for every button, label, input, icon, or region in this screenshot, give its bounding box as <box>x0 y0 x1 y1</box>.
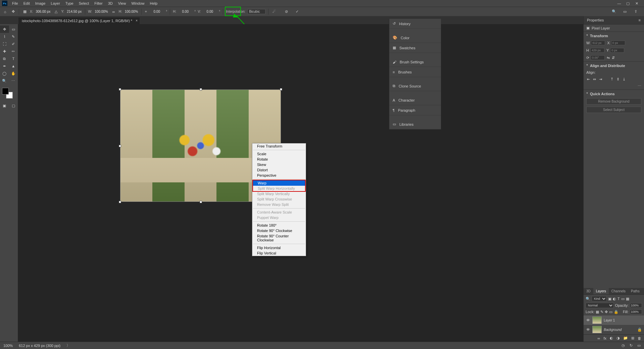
status-zoom-icon[interactable]: ▭ <box>637 343 641 348</box>
window-close-icon[interactable]: ✕ <box>635 1 639 5</box>
visibility-toggle-icon[interactable]: 👁 <box>586 318 590 322</box>
filter-pixel-icon[interactable]: ▣ <box>608 297 611 301</box>
cancel-transform-icon[interactable]: ⊘ <box>283 9 289 15</box>
new-group-icon[interactable]: 📁 <box>623 336 628 340</box>
align-bottom-icon[interactable]: ⤓ <box>622 77 626 81</box>
layer-mask-icon[interactable]: ◐ <box>610 336 613 340</box>
handle-bottom-mid[interactable] <box>200 201 202 203</box>
ctx-warp[interactable]: Warp <box>253 180 305 186</box>
tab-channels[interactable]: Channels <box>609 288 628 294</box>
menu-layer[interactable]: Layer <box>48 1 63 6</box>
tab-3d[interactable]: 3D <box>584 288 593 294</box>
menu-view[interactable]: View <box>115 1 129 6</box>
type-tool[interactable]: T <box>9 55 18 62</box>
window-maximize-icon[interactable]: ▢ <box>626 1 630 5</box>
hand-tool[interactable]: ✋ <box>9 70 18 77</box>
ctx-free-transform[interactable]: Free Transform <box>252 143 306 149</box>
menu-help[interactable]: Help <box>147 1 160 6</box>
panel-menu-icon[interactable]: ≡ <box>639 18 641 22</box>
panel-brush-settings[interactable]: 🖌Brush Settings <box>389 57 441 67</box>
crop-tool[interactable]: ⛶ <box>0 40 9 48</box>
w-value[interactable]: 100.00% <box>94 10 108 13</box>
filter-type-icon[interactable]: T <box>617 297 620 301</box>
document-tab[interactable]: istockphoto-1094389878-612x612.jpg @ 100… <box>18 17 140 24</box>
filter-adjust-icon[interactable]: ◐ <box>613 297 616 301</box>
ctx-rotate[interactable]: Rotate <box>252 157 306 162</box>
menu-select[interactable]: Select <box>76 1 92 6</box>
brush-tool[interactable]: ✏ <box>9 48 18 55</box>
align-left-icon[interactable]: ⇤ <box>586 77 590 81</box>
ctx-flip-vertical[interactable]: Flip Vertical <box>252 250 306 256</box>
zoom-level[interactable]: 100% <box>3 344 13 348</box>
status-arrow-icon[interactable]: 〉 <box>66 343 70 348</box>
align-top-icon[interactable]: ⤒ <box>610 77 614 81</box>
prop-rotation[interactable] <box>591 55 605 60</box>
workspace-icon[interactable]: ▭ <box>622 9 628 15</box>
lock-pixels-icon[interactable]: ✎ <box>600 310 603 314</box>
opacity-input[interactable] <box>630 303 642 308</box>
interpolation-select[interactable]: Bicubic <box>247 9 265 14</box>
lock-transparency-icon[interactable]: ▦ <box>596 310 599 314</box>
ctx-skew[interactable]: Skew <box>252 162 306 167</box>
screen-mode-icon[interactable]: ▢ <box>9 102 18 109</box>
menu-file[interactable]: File <box>9 1 21 6</box>
marquee-tool[interactable]: ▭ <box>9 25 18 33</box>
timeline-icon[interactable]: ◷ <box>622 343 625 348</box>
layer-style-icon[interactable]: fx <box>603 336 606 340</box>
clone-tool[interactable]: ⧉ <box>0 55 9 62</box>
zoom-tool[interactable]: 🔍 <box>0 77 9 84</box>
layer-row-background[interactable]: 👁 Background 🔒 <box>584 325 644 334</box>
handle-mid-left[interactable] <box>119 145 121 147</box>
panel-character[interactable]: ACharacter <box>389 95 441 105</box>
menu-type[interactable]: Type <box>63 1 76 6</box>
menu-image[interactable]: Image <box>33 1 48 6</box>
swap-xy-icon[interactable]: △ <box>53 9 59 15</box>
search-icon[interactable]: 🔍 <box>611 9 617 15</box>
reference-point-icon[interactable]: ▦ <box>22 9 28 15</box>
ctx-flip-horizontal[interactable]: Flip Horizontal <box>252 245 306 250</box>
quick-select-tool[interactable]: ✎ <box>9 33 18 40</box>
panel-clone-source[interactable]: ⧉Clone Source <box>389 81 441 91</box>
canvas[interactable]: Free Transform Scale Rotate Skew Distort… <box>18 24 644 342</box>
shape-tool[interactable]: ◯ <box>0 70 9 77</box>
tab-layers[interactable]: Layers <box>593 288 609 294</box>
prop-w[interactable] <box>591 41 605 45</box>
menu-edit[interactable]: Edit <box>21 1 33 6</box>
y-value[interactable]: 214.50 px <box>66 10 82 13</box>
foreground-color[interactable] <box>2 88 9 95</box>
document-dimensions[interactable]: 612 px x 429 px (300 ppi) <box>19 344 60 348</box>
menu-3d[interactable]: 3D <box>105 1 115 6</box>
visibility-toggle-icon[interactable]: 👁 <box>586 328 590 332</box>
ctx-scale[interactable]: Scale <box>252 151 306 157</box>
fill-input[interactable] <box>630 309 642 314</box>
ctx-rotate-180[interactable]: Rotate 180° <box>252 223 306 228</box>
prop-h[interactable] <box>590 48 604 53</box>
ctx-perspective[interactable]: Perspective <box>252 173 306 178</box>
menu-filter[interactable]: Filter <box>92 1 105 6</box>
color-swatch[interactable] <box>2 88 13 99</box>
handle-top-mid[interactable] <box>200 88 202 91</box>
eyedropper-tool[interactable]: ✐ <box>9 40 18 48</box>
ctx-rotate-90-cw[interactable]: Rotate 90° Clockwise <box>252 228 306 233</box>
blend-mode-select[interactable]: Normal <box>586 303 614 308</box>
home-icon[interactable]: ⌂ <box>2 9 8 15</box>
flip-v-icon[interactable]: ⇵ <box>612 56 615 60</box>
skew-v-value[interactable]: 0.00 <box>203 10 217 13</box>
panel-color[interactable]: 🎨Color <box>389 33 441 43</box>
filter-shape-icon[interactable]: ▭ <box>621 297 625 301</box>
remove-background-button[interactable]: Remove Background <box>586 98 641 105</box>
new-adjustment-icon[interactable]: ◑ <box>616 336 620 340</box>
ctx-rotate-90-ccw[interactable]: Rotate 90° Counter Clockwise <box>252 233 306 243</box>
healing-tool[interactable]: ✚ <box>0 48 9 55</box>
x-value[interactable]: 306.00 px <box>35 10 51 13</box>
align-center-v-icon[interactable]: ⇕ <box>616 77 620 81</box>
layer-thumbnail[interactable] <box>592 316 602 324</box>
commit-transform-icon[interactable]: ✓ <box>294 9 300 15</box>
warp-mode-icon[interactable]: ☄ <box>271 9 277 15</box>
filter-smart-icon[interactable]: ▦ <box>626 297 629 301</box>
angle-value[interactable]: 0.00 <box>150 10 164 13</box>
layer-thumbnail[interactable] <box>592 326 602 333</box>
transform-tool-icon[interactable]: ✥ <box>10 9 16 15</box>
layer-name[interactable]: Background <box>604 328 622 332</box>
ctx-distort[interactable]: Distort <box>252 167 306 173</box>
